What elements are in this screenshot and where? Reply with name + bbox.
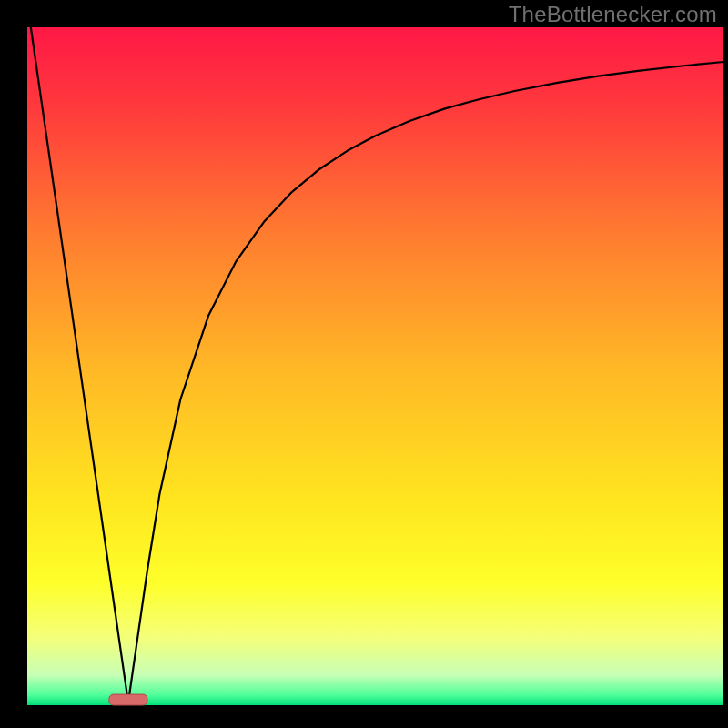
watermark-text: TheBottlenecker.com <box>509 2 717 27</box>
plot-background <box>27 27 723 705</box>
chart-svg <box>0 0 728 728</box>
target-marker <box>109 694 147 705</box>
chart-frame: TheBottlenecker.com <box>0 0 728 728</box>
